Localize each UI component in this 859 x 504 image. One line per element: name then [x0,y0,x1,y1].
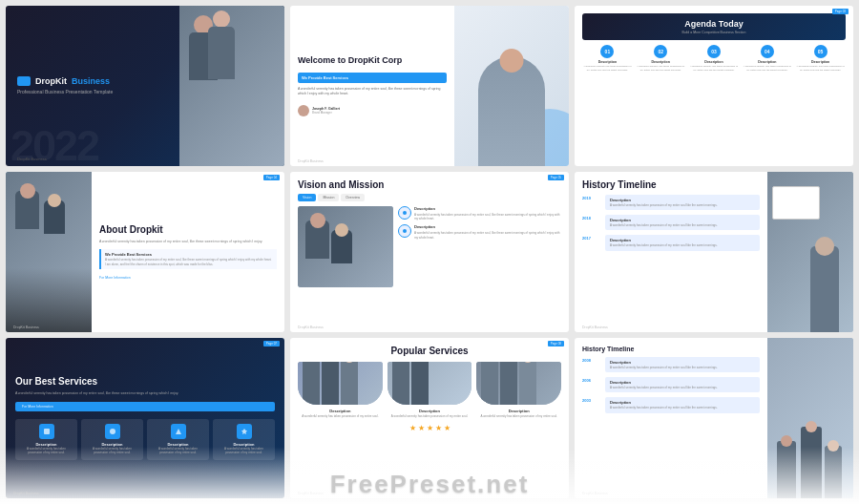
person-head [500,49,524,73]
service-desc: A wonderful serenity has taken possessio… [105,258,273,265]
vm-item-icon-2 [398,224,411,238]
tl2-year-3: 2003 [582,398,601,403]
card-icon-3 [171,424,186,439]
obs-button[interactable]: For More Information [15,402,275,411]
slide-brand: DropKit Business Professional Business P… [6,6,284,166]
tab-mission[interactable]: Mission [318,194,339,201]
page-number: Page 03 [832,9,849,14]
step-2: 02 Description A wonderful serenity has … [636,45,686,72]
star-3: ★ [427,424,433,432]
tab-vision[interactable]: Vision [298,194,316,201]
slide-best-services: Page 07 Our Best Services A wonderful se… [6,338,284,498]
person-details: Joseph F. Galliert Brand Manager [312,107,340,115]
tab-overview[interactable]: Overview [341,194,365,201]
step-3: 03 Description A wonderful serenity has … [689,45,740,72]
more-info-link[interactable]: For More Information [99,276,277,280]
step-number-4: 04 [761,45,774,58]
table-person-2 [44,200,65,234]
ht-title: History Timeline [582,179,760,190]
vm-image [298,206,393,287]
about-content: About Dropkit A wonderful serenity has t… [92,172,284,332]
table-person-1 [15,191,39,229]
card-icon-4 [237,424,252,439]
star-4: ★ [435,424,442,432]
agenda-header: Agenda Today Build a More Competitive Bu… [582,13,846,40]
tl2-year-1: 2008 [582,358,601,363]
meeting-people-2 [388,362,472,405]
services-row: Description A wonderful serenity has tak… [298,362,561,418]
service-card-3: Description A wonderful serenity has tak… [476,362,561,418]
agenda-title: Agenda Today [590,19,838,29]
ht-content: History Timeline 2019 Description A wond… [575,172,767,332]
vm-item-title-1: Description [414,206,561,212]
tl2-desc-2: A wonderful serenity has taken possessio… [610,386,755,389]
card-desc-1: A wonderful serenity has taken possessio… [20,448,73,455]
ht2-head-2 [806,421,817,432]
service-card-1: Description A wonderful serenity has tak… [298,362,383,418]
svg-point-1 [110,429,115,434]
page-number: Page 04 [263,175,280,180]
card-4: Description A wonderful serenity has tak… [213,419,275,460]
vm-item-text-1: Description A wonderful serenity has tak… [414,206,561,220]
card-1: Description A wonderful serenity has tak… [15,419,77,460]
slide-agenda: Page 03 Agenda Today Build a More Compet… [575,6,853,166]
top-section: Welcome to DropKit Corp We Provide Best … [290,6,569,166]
service-image-1 [298,362,383,405]
slide-history-timeline-2: Page 09 History Timeline 2008 Descriptio… [575,338,853,498]
logo-text-white: DropKit [35,76,67,86]
ht2-person-2 [801,427,822,498]
tl-desc-3: A wonderful serenity has taken possessio… [610,243,755,247]
vm-person-2 [331,230,352,263]
star-1: ★ [409,424,416,432]
mp2b [411,362,429,405]
tl2-year-2: 2006 [582,378,601,383]
hero-image [179,6,284,166]
vm-item-text-2: Description A wonderful serenity has tak… [414,224,561,239]
board-head [815,237,834,256]
ht2-right-image [767,338,853,498]
person-head-2 [213,10,230,28]
tl-desc-2: A wonderful serenity has taken possessio… [610,223,755,227]
bottom-brand: DropKit Business [13,326,39,329]
step-desc-3: A wonderful serenity has taken possessio… [689,65,740,72]
slide-vision-mission: Page 05 Vision and Mission Vision Missio… [290,172,569,332]
bottom-brand: DropKit Business [582,492,608,495]
vm-item-1: Description A wonderful serenity has tak… [398,206,561,220]
bottom-brand: DropKit Business [298,326,324,329]
mp1 [303,362,320,405]
tl-year-3: 2017 [582,236,601,241]
ht2-head-1 [781,435,792,447]
slide-popular-services: Page 08 Popular Services Description A w… [290,338,569,498]
step-label-2: Description [636,60,686,64]
tl2-title-2: Description [610,380,755,385]
mp3c [519,362,536,405]
slide-about: Page 04 About Dropkit A wonderful sereni… [6,172,284,332]
service-title-2: Description [388,409,472,413]
service-desc-2: A wonderful serenity has taken possessio… [388,414,472,418]
card-icon-1 [39,424,54,439]
mp2c [500,362,517,405]
stars-rating: ★ ★ ★ ★ ★ [298,424,561,432]
bottom-brand: DropKit Business [298,159,324,163]
star-2: ★ [418,424,425,432]
bottom-brand: DropKit Business [13,492,39,495]
step-5: 05 Description A wonderful serenity has … [795,45,846,72]
service-box: We Provide Best Services A wonderful ser… [99,249,277,268]
image-overlay [6,268,92,332]
avatar [298,105,309,116]
tl-box-3: Description A wonderful serenity has tak… [605,235,760,250]
tl-box-2: Description A wonderful serenity has tak… [605,215,760,230]
service-box: We Provide Best Services [298,73,447,83]
tl2-desc-1: A wonderful serenity has taken possessio… [610,366,755,369]
service-title-3: Description [476,409,561,413]
vm-head-2 [335,223,348,237]
vm-item-desc-1: A wonderful serenity has taken possessio… [414,213,561,220]
ht2-item-1: 2008 Description A wonderful serenity ha… [582,357,760,372]
tl2-box-3: Description A wonderful serenity has tak… [605,397,760,412]
service-title-1: Description [298,409,383,413]
card-desc-3: A wonderful serenity has taken possessio… [152,448,204,455]
about-desc: A wonderful serenity has taken possessio… [99,240,277,244]
steps-row: 01 Description A wonderful serenity has … [582,45,846,72]
welcome-desc: A wonderful serenity has taken possessio… [298,87,447,97]
step-label-5: Description [795,60,846,64]
